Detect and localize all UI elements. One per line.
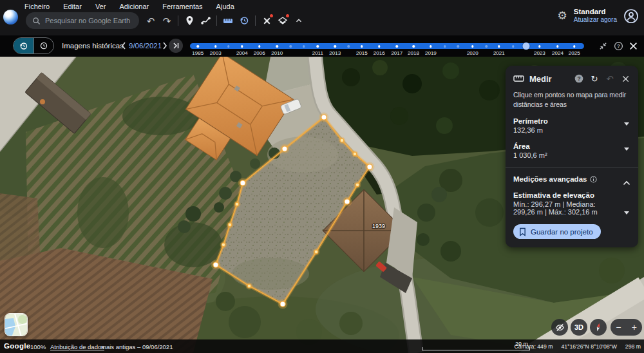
measure-vertex-dot[interactable] (222, 243, 225, 247)
timeline-dot[interactable] (471, 45, 474, 48)
compass[interactable] (590, 319, 607, 336)
latest-imagery-mode[interactable] (33, 38, 53, 53)
imagery-timeline[interactable]: 1985200320042006201020112013201520162017… (190, 35, 584, 57)
layers-button[interactable] (275, 13, 290, 28)
settings-gear-icon[interactable]: ⚙ (557, 10, 567, 21)
zoom-in-button[interactable]: + (627, 319, 643, 336)
timeline-dot[interactable] (396, 45, 399, 48)
3d-view-button[interactable]: 3D (571, 319, 587, 336)
menu-edit[interactable]: Editar (63, 3, 82, 11)
timeline-dot[interactable] (457, 45, 459, 48)
timeline-dot[interactable] (317, 45, 319, 48)
account-avatar[interactable] (623, 8, 639, 24)
overview-minimap[interactable] (5, 313, 28, 336)
close-icon[interactable] (629, 42, 638, 50)
menu-file[interactable]: Ficheiro (24, 3, 50, 11)
dock-panel-icon[interactable] (598, 41, 608, 51)
undo-measure-button[interactable]: ↶ (605, 73, 615, 84)
skip-to-end-icon (172, 42, 180, 50)
menu-view[interactable]: Ver (95, 3, 106, 11)
measure-button[interactable] (220, 13, 236, 28)
measure-vertex-dot[interactable] (321, 115, 327, 120)
zoom-out-button[interactable]: − (611, 319, 627, 336)
menu-bar: Ficheiro Editar Ver Adicionar Ferramenta… (24, 3, 234, 11)
timeline-dot[interactable] (303, 45, 305, 48)
placemark-button[interactable] (182, 13, 197, 28)
unit-dropdown-icon[interactable] (624, 122, 629, 126)
timeline-selected-dot[interactable] (523, 43, 530, 50)
close-measure-button[interactable] (620, 73, 630, 84)
timeline-dot[interactable] (334, 45, 336, 48)
save-to-project-button[interactable]: Guardar no projeto (513, 224, 601, 239)
menu-add[interactable]: Adicionar (119, 3, 149, 11)
refresh-icon: ↻ (591, 75, 598, 83)
timeline-dot[interactable] (538, 45, 541, 48)
close-icon (622, 75, 629, 82)
timeline-dot[interactable] (378, 45, 381, 48)
measure-vertex-dot[interactable] (235, 202, 239, 206)
timeline-dot[interactable] (276, 45, 279, 48)
timeline-dot[interactable] (444, 45, 446, 48)
hide-ui-button[interactable] (551, 319, 568, 336)
measure-vertex-dot[interactable] (340, 138, 344, 142)
timeline-dot[interactable] (512, 45, 515, 48)
timeline-dot[interactable] (361, 45, 363, 48)
timeline-dot[interactable] (241, 45, 243, 48)
timeline-dot[interactable] (498, 45, 500, 48)
redo-icon: ↷ (163, 16, 171, 26)
unit-dropdown-icon[interactable] (624, 148, 629, 151)
historical-imagery-button[interactable] (236, 13, 252, 28)
timeline-dot[interactable] (347, 45, 350, 48)
measure-vertex-dot[interactable] (213, 262, 218, 267)
measure-vertex-dot[interactable] (314, 250, 318, 254)
timeline-dot[interactable] (196, 45, 199, 48)
imagery-mode-toggle[interactable] (13, 37, 54, 54)
measure-vertex-dot[interactable] (240, 180, 245, 186)
historical-mode-selected[interactable] (14, 38, 33, 53)
measure-panel-header: Medir ? ↻ ↶ (513, 73, 630, 84)
google-earth-logo-icon[interactable] (3, 10, 18, 24)
measure-vertex-dot[interactable] (280, 301, 285, 307)
draw-path-button[interactable] (198, 13, 213, 28)
data-attribution-link[interactable]: Atribuição de dados (50, 343, 104, 350)
info-icon (590, 176, 597, 183)
timeline-dot[interactable] (573, 45, 576, 48)
undo-button[interactable]: ↶ (143, 13, 158, 28)
timeline-dot[interactable] (258, 45, 261, 48)
timeline-dot[interactable] (289, 45, 292, 48)
measure-vertex-dot[interactable] (228, 223, 232, 227)
measure-vertex-dot[interactable] (247, 284, 251, 288)
drawing-tools-button[interactable] (259, 13, 274, 28)
measure-vertex-dot[interactable] (282, 146, 287, 151)
search-input[interactable]: Pesquisar no Google Earth (26, 12, 139, 29)
menu-help[interactable]: Ajuda (216, 3, 234, 11)
chevron-up-icon[interactable] (623, 180, 630, 186)
previous-date-button[interactable] (118, 41, 129, 51)
measure-vertex-dot[interactable] (353, 152, 357, 156)
measure-help-button[interactable]: ? (574, 73, 584, 84)
timeline-dot[interactable] (556, 45, 559, 48)
timeline-dot[interactable] (485, 45, 488, 48)
measure-vertex-dot[interactable] (355, 183, 359, 187)
timeline-year-label: 2024 (552, 50, 564, 56)
unit-dropdown-icon[interactable] (624, 211, 629, 215)
help-icon[interactable]: ? (614, 41, 623, 51)
perimeter-value: 132,36 m (513, 126, 618, 134)
current-imagery-date[interactable]: 9/06/2021 (129, 42, 162, 50)
timeline-dot[interactable] (227, 45, 230, 48)
svg-text:?: ? (577, 75, 580, 82)
zoom-percentage: 100% (30, 343, 46, 350)
advanced-measurements-row[interactable]: Medições avançadas (513, 175, 630, 183)
skip-to-latest-button[interactable] (169, 39, 183, 53)
menu-tools[interactable]: Ferramentas (162, 3, 202, 11)
measure-vertex-dot[interactable] (345, 199, 350, 204)
notification-dot (286, 14, 289, 17)
timeline-dot[interactable] (430, 45, 432, 48)
redo-button[interactable]: ↷ (159, 13, 175, 28)
collapse-toolbar-button[interactable] (291, 13, 307, 28)
measure-vertex-dot[interactable] (367, 164, 372, 169)
timeline-dot[interactable] (412, 45, 415, 48)
timeline-dot[interactable] (214, 45, 217, 48)
update-now-link[interactable]: Atualizar agora (574, 16, 617, 24)
restart-measure-button[interactable]: ↻ (589, 73, 600, 84)
